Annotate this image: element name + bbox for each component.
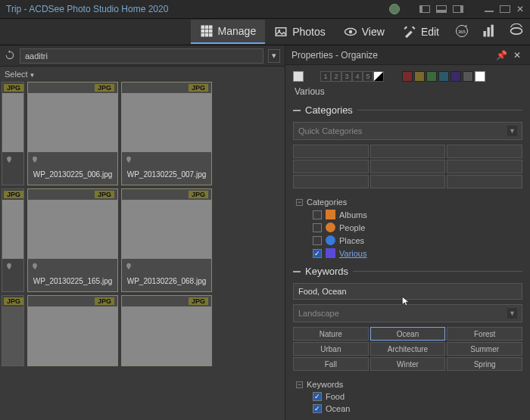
- kw-button[interactable]: Architecture: [370, 342, 446, 356]
- geo-pin-icon: [31, 155, 39, 166]
- kw-button[interactable]: Fall: [293, 357, 369, 371]
- svg-rect-8: [209, 33, 213, 37]
- tree-checkbox[interactable]: [313, 223, 322, 232]
- kw-button[interactable]: Spring: [447, 357, 522, 371]
- tree-checkbox[interactable]: [313, 404, 322, 413]
- kw-button[interactable]: Winter: [370, 357, 446, 371]
- color-swatch[interactable]: [426, 71, 437, 82]
- thumb-filename: WP_20130225_165.jpg: [28, 275, 117, 291]
- thumb-filename: WP_20130225_007.jpg: [122, 169, 211, 185]
- thumbnail-item[interactable]: JPG: [121, 295, 212, 366]
- thumbnail-item[interactable]: JPG WP_20130226_068.jpg: [121, 188, 212, 292]
- qc-slot[interactable]: [370, 160, 446, 173]
- color-labels[interactable]: [402, 71, 485, 82]
- close-icon[interactable]: [516, 4, 524, 14]
- format-badge: JPG: [4, 297, 23, 305]
- thumbnail-item[interactable]: JPG WP_20130225_007.jpg: [121, 82, 212, 185]
- qc-slot[interactable]: [293, 145, 369, 158]
- svg-rect-7: [204, 33, 208, 37]
- collapse-icon: [293, 110, 301, 111]
- tag-checkbox[interactable]: [293, 71, 304, 82]
- quick-categories-dropdown[interactable]: Quick Categories ▼: [293, 122, 522, 140]
- clear-rating-icon[interactable]: [373, 71, 384, 82]
- section-keywords-header[interactable]: Keywords: [293, 266, 522, 277]
- tree-checkbox[interactable]: [313, 249, 322, 258]
- keywords-input[interactable]: Food, Ocean: [293, 283, 522, 300]
- path-dropdown[interactable]: ▾: [268, 49, 280, 63]
- maximize-icon[interactable]: [500, 5, 510, 13]
- kw-button[interactable]: Ocean: [370, 327, 446, 341]
- layout-bottom-icon[interactable]: [436, 5, 447, 13]
- tree-item-people[interactable]: People: [296, 221, 522, 234]
- tree-item-albums[interactable]: Albums: [296, 208, 522, 221]
- tree-checkbox[interactable]: [313, 210, 322, 219]
- qc-slot[interactable]: [370, 175, 446, 188]
- qc-slot[interactable]: [447, 145, 522, 158]
- format-badge: JPG: [189, 84, 208, 92]
- tree-item-ocean[interactable]: Ocean: [296, 403, 522, 415]
- thumbnail-grid: JPG JPG WP_20130225_006.jpg: [0, 82, 285, 420]
- thumb-image: [2, 306, 23, 366]
- thumbnail-partial[interactable]: JPG: [2, 188, 24, 292]
- tree-root[interactable]: − Keywords: [296, 378, 522, 390]
- panel-close-icon[interactable]: ✕: [510, 50, 524, 61]
- select-dropdown[interactable]: Select▼: [0, 67, 285, 82]
- qc-slot[interactable]: [447, 160, 522, 173]
- color-swatch[interactable]: [475, 71, 485, 82]
- tree-item-food[interactable]: Food: [296, 390, 522, 403]
- thumb-image: [2, 200, 23, 259]
- tab-photos[interactable]: Photos: [265, 20, 335, 43]
- tree-checkbox[interactable]: [313, 392, 322, 401]
- tab-view[interactable]: View: [335, 20, 394, 43]
- properties-panel: Properties - Organize 📌 ✕ 1 2 3 4 5: [285, 45, 530, 420]
- keywords-preset-dropdown[interactable]: Landscape ▼: [293, 304, 522, 322]
- thumbnail-partial[interactable]: JPG: [2, 82, 24, 185]
- layout-right-icon[interactable]: [453, 5, 463, 13]
- expand-icon[interactable]: −: [296, 199, 303, 206]
- layout-left-icon[interactable]: [419, 5, 430, 13]
- 365-icon: 365: [454, 23, 469, 39]
- format-badge: JPG: [4, 191, 23, 198]
- color-swatch[interactable]: [450, 71, 461, 82]
- qc-slot[interactable]: [370, 145, 446, 158]
- qc-slot[interactable]: [293, 160, 369, 173]
- color-swatch[interactable]: [438, 71, 449, 82]
- tree-item-places[interactable]: Places: [296, 234, 522, 247]
- mode-365-button[interactable]: 365: [448, 20, 475, 43]
- kw-button[interactable]: Nature: [293, 327, 369, 341]
- sync-button[interactable]: [503, 20, 530, 43]
- tree-root[interactable]: − Categories: [296, 196, 522, 208]
- chevron-down-icon: ▼: [507, 308, 517, 319]
- rating-boxes[interactable]: 1 2 3 4 5: [320, 71, 384, 82]
- tab-edit[interactable]: Edit: [394, 20, 448, 43]
- expand-icon[interactable]: −: [296, 381, 303, 388]
- refresh-button[interactable]: [5, 50, 15, 62]
- thumbnail-browser: ▾ Select▼ JPG JPG: [0, 45, 285, 420]
- svg-rect-5: [209, 30, 213, 33]
- qc-slot[interactable]: [447, 175, 522, 188]
- thumb-image: [122, 306, 211, 366]
- color-swatch[interactable]: [402, 71, 413, 82]
- collapse-icon: [293, 271, 301, 272]
- color-swatch[interactable]: [414, 71, 425, 82]
- path-input[interactable]: [20, 48, 263, 64]
- section-categories-header[interactable]: Categories: [293, 104, 522, 116]
- user-avatar-icon[interactable]: [389, 4, 400, 14]
- minimize-icon[interactable]: [485, 11, 494, 12]
- tab-manage[interactable]: Manage: [191, 20, 266, 44]
- thumbnail-item[interactable]: JPG WP_20130225_006.jpg: [27, 82, 118, 185]
- mode-navbar: Manage Photos View Edit 365: [0, 18, 530, 45]
- qc-slot[interactable]: [293, 175, 369, 188]
- dashboard-button[interactable]: [475, 20, 503, 43]
- color-swatch[interactable]: [463, 71, 473, 82]
- pin-icon[interactable]: 📌: [493, 50, 510, 61]
- kw-button[interactable]: Summer: [447, 342, 522, 356]
- kw-button[interactable]: Urban: [293, 342, 369, 356]
- tree-item-various[interactable]: Various: [296, 247, 522, 260]
- categories-tree: − Categories Albums People Places: [293, 196, 522, 260]
- thumbnail-partial[interactable]: JPG: [2, 295, 24, 366]
- kw-button[interactable]: Forest: [447, 327, 522, 341]
- thumbnail-item[interactable]: JPG: [27, 295, 118, 366]
- thumbnail-item[interactable]: JPG WP_20130225_165.jpg: [27, 188, 118, 292]
- tree-checkbox[interactable]: [313, 236, 322, 245]
